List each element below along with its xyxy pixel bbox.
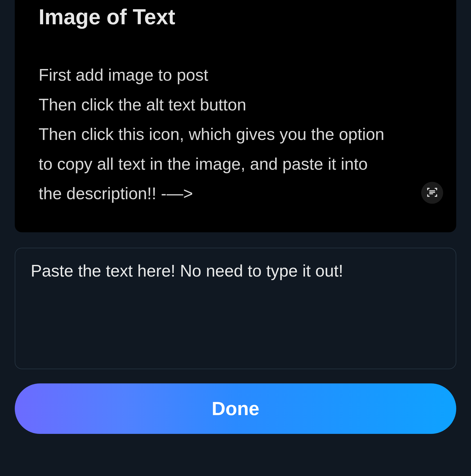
text-scan-icon bbox=[426, 186, 438, 199]
image-title: Image of Text bbox=[39, 0, 432, 29]
description-textarea[interactable] bbox=[31, 261, 440, 356]
description-field-container bbox=[15, 248, 456, 369]
image-body-text: First add image to postThen click the al… bbox=[39, 60, 391, 208]
done-button[interactable]: Done bbox=[15, 383, 456, 434]
text-scan-button[interactable] bbox=[421, 182, 443, 204]
image-preview-panel: Image of Text First add image to postThe… bbox=[15, 0, 456, 232]
